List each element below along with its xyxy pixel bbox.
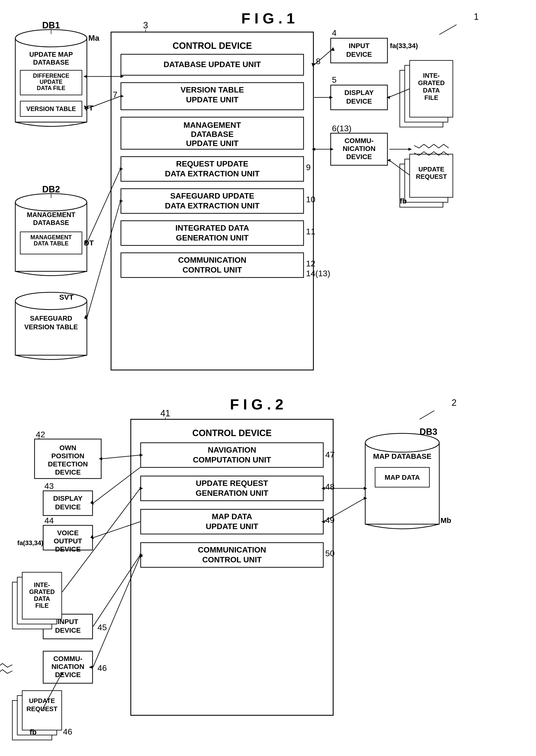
svg-text:DETECTION: DETECTION [48, 460, 88, 468]
svg-text:COMMUNICATION: COMMUNICATION [198, 545, 266, 554]
svg-text:COMMUNICATION: COMMUNICATION [178, 256, 247, 265]
svg-point-18 [15, 194, 87, 211]
svg-text:SAFEGUARD UPDATE: SAFEGUARD UPDATE [170, 191, 254, 200]
svg-text:12: 12 [306, 259, 316, 268]
svg-marker-116 [387, 159, 390, 162]
svg-text:INTEGRATED DATA: INTEGRATED DATA [176, 224, 249, 232]
svg-text:INPUT: INPUT [349, 42, 369, 49]
svg-marker-99 [84, 239, 87, 244]
svg-text:DATA TABLE: DATA TABLE [34, 240, 69, 247]
svg-rect-46 [121, 157, 304, 181]
svg-rect-85 [400, 164, 443, 207]
svg-rect-27 [15, 301, 87, 355]
svg-text:COMMU-: COMMU- [345, 137, 374, 144]
svg-text:48: 48 [325, 482, 335, 491]
svg-text:MANAGEMENT: MANAGEMENT [27, 211, 76, 219]
svg-text:46: 46 [63, 727, 72, 736]
svg-line-187 [102, 455, 140, 459]
svg-line-192 [93, 522, 140, 538]
svg-text:50: 50 [325, 549, 335, 558]
svg-line-94 [87, 96, 120, 109]
svg-rect-132 [141, 509, 323, 534]
svg-rect-128 [141, 476, 323, 501]
svg-rect-23 [20, 232, 82, 254]
svg-point-4 [15, 30, 87, 47]
svg-marker-205 [321, 487, 325, 490]
svg-text:DEVICE: DEVICE [346, 153, 372, 161]
svg-text:47: 47 [325, 450, 335, 459]
svg-text:DATABASE UPDATE UNIT: DATABASE UPDATE UNIT [164, 60, 261, 69]
svg-text:SVT: SVT [59, 293, 74, 301]
svg-marker-101 [120, 200, 123, 203]
svg-marker-102 [84, 315, 87, 320]
svg-point-181 [365, 433, 439, 452]
svg-rect-58 [121, 253, 304, 277]
svg-marker-114 [408, 148, 412, 151]
svg-text:INTE-: INTE- [423, 72, 440, 79]
svg-rect-80 [410, 60, 453, 117]
svg-text:POSITION: POSITION [51, 452, 84, 460]
svg-rect-140 [35, 439, 101, 479]
svg-text:FILE: FILE [424, 94, 438, 101]
svg-text:F I G . 1: F I G . 1 [241, 10, 295, 27]
svg-text:DATA: DATA [34, 595, 50, 602]
svg-text:CONTROL UNIT: CONTROL UNIT [202, 555, 262, 564]
svg-rect-42 [121, 117, 304, 149]
svg-marker-104 [312, 63, 316, 67]
svg-line-190 [93, 467, 140, 503]
svg-text:8: 8 [316, 56, 320, 66]
svg-line-2 [439, 25, 456, 35]
svg-text:SAFEGUARD: SAFEGUARD [30, 315, 72, 322]
svg-text:46: 46 [97, 663, 107, 673]
svg-marker-204 [364, 487, 367, 490]
svg-text:43: 43 [45, 481, 54, 490]
svg-text:F I G . 2: F I G . 2 [230, 396, 284, 413]
svg-text:41: 41 [160, 408, 170, 418]
svg-text:NAVIGATION: NAVIGATION [208, 446, 256, 454]
svg-text:NICATION: NICATION [51, 663, 84, 671]
svg-rect-168 [22, 572, 62, 619]
svg-text:REQUEST UPDATE: REQUEST UPDATE [176, 159, 249, 168]
svg-marker-188 [140, 454, 143, 457]
svg-rect-32 [111, 32, 314, 370]
svg-marker-112 [386, 96, 390, 99]
svg-text:CONTROL UNIT: CONTROL UNIT [183, 266, 242, 274]
svg-rect-167 [17, 577, 57, 624]
svg-text:1: 1 [474, 12, 479, 22]
svg-rect-17 [15, 202, 87, 271]
svg-text:9: 9 [306, 163, 311, 172]
svg-text:UPDATE MAP: UPDATE MAP [29, 51, 73, 58]
svg-marker-207 [364, 497, 367, 500]
svg-text:MAP DATABASE: MAP DATABASE [373, 452, 432, 460]
svg-text:14(13): 14(13) [306, 268, 330, 278]
svg-rect-151 [43, 525, 92, 550]
svg-text:NICATION: NICATION [343, 145, 375, 152]
svg-text:44: 44 [45, 516, 54, 525]
svg-text:42: 42 [36, 430, 45, 439]
svg-line-97 [87, 169, 120, 243]
svg-text:FILE: FILE [35, 602, 49, 609]
svg-rect-14 [20, 101, 82, 116]
svg-text:49: 49 [325, 515, 335, 525]
svg-text:DEVICE: DEVICE [55, 671, 81, 678]
svg-text:UPDATE: UPDATE [419, 166, 445, 173]
svg-text:DATABASE: DATABASE [33, 59, 69, 66]
svg-text:MAP DATA: MAP DATA [385, 474, 420, 481]
svg-text:VERSION TABLE: VERSION TABLE [181, 85, 244, 94]
svg-rect-120 [131, 419, 333, 715]
svg-rect-136 [141, 543, 323, 567]
svg-text:DATA: DATA [423, 86, 440, 94]
svg-text:REQUEST: REQUEST [26, 705, 57, 712]
svg-text:DEVICE: DEVICE [55, 503, 81, 511]
svg-rect-166 [12, 582, 52, 629]
svg-rect-64 [331, 38, 387, 63]
svg-rect-180 [365, 443, 439, 524]
svg-text:CONTROL DEVICE: CONTROL DEVICE [173, 41, 252, 51]
svg-marker-109 [330, 148, 334, 151]
svg-text:UPDATE UNIT: UPDATE UNIT [186, 95, 239, 104]
svg-text:GRATED: GRATED [29, 588, 55, 595]
svg-text:2: 2 [452, 397, 456, 408]
svg-text:DT: DT [84, 239, 94, 247]
svg-text:DEVICE: DEVICE [346, 97, 372, 105]
svg-marker-92 [120, 75, 124, 78]
